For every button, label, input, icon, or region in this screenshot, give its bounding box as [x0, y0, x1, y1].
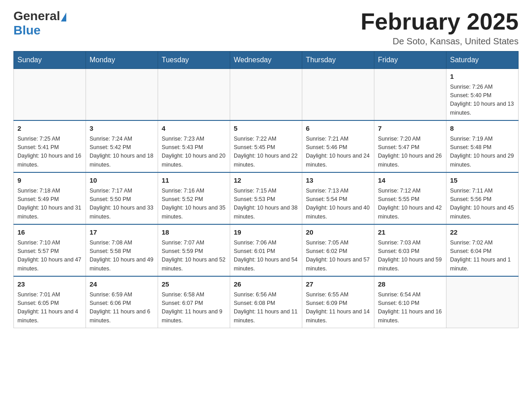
calendar-day-cell: 2Sunrise: 7:25 AMSunset: 5:41 PMDaylight…	[14, 120, 86, 172]
day-info: Sunrise: 7:03 AMSunset: 6:03 PMDaylight:…	[378, 239, 442, 274]
day-number: 18	[162, 227, 226, 238]
day-number: 20	[306, 227, 370, 238]
location-text: De Soto, Kansas, United States	[360, 36, 519, 47]
day-info: Sunrise: 7:25 AMSunset: 5:41 PMDaylight:…	[17, 135, 82, 170]
calendar-day-cell	[230, 69, 302, 121]
day-info: Sunrise: 7:11 AMSunset: 5:56 PMDaylight:…	[450, 187, 515, 222]
day-info: Sunrise: 7:20 AMSunset: 5:47 PMDaylight:…	[378, 135, 442, 170]
calendar-day-cell: 17Sunrise: 7:08 AMSunset: 5:58 PMDayligh…	[86, 224, 158, 276]
calendar-day-cell: 23Sunrise: 7:01 AMSunset: 6:05 PMDayligh…	[14, 276, 86, 328]
title-section: February 2025 De Soto, Kansas, United St…	[360, 9, 519, 47]
day-info: Sunrise: 7:19 AMSunset: 5:48 PMDaylight:…	[450, 135, 515, 170]
day-info: Sunrise: 7:22 AMSunset: 5:45 PMDaylight:…	[234, 135, 298, 170]
calendar-day-cell: 4Sunrise: 7:23 AMSunset: 5:43 PMDaylight…	[158, 120, 230, 172]
day-info: Sunrise: 6:54 AMSunset: 6:10 PMDaylight:…	[378, 291, 442, 325]
weekday-header-thursday: Thursday	[302, 51, 374, 69]
day-number: 4	[162, 124, 226, 134]
day-number: 10	[90, 176, 154, 186]
day-info: Sunrise: 7:01 AMSunset: 6:05 PMDaylight:…	[17, 291, 82, 325]
day-number: 17	[90, 227, 154, 238]
day-number: 21	[378, 227, 442, 238]
calendar-day-cell: 15Sunrise: 7:11 AMSunset: 5:56 PMDayligh…	[446, 172, 519, 224]
weekday-header-row: SundayMondayTuesdayWednesdayThursdayFrid…	[14, 51, 519, 69]
logo-blue-text: Blue	[13, 23, 41, 37]
calendar-week-row: 23Sunrise: 7:01 AMSunset: 6:05 PMDayligh…	[14, 276, 519, 328]
calendar-day-cell: 16Sunrise: 7:10 AMSunset: 5:57 PMDayligh…	[14, 224, 86, 276]
weekday-header-wednesday: Wednesday	[230, 51, 302, 69]
calendar-day-cell	[14, 69, 86, 121]
logo-triangle-icon	[61, 13, 66, 21]
calendar-day-cell: 28Sunrise: 6:54 AMSunset: 6:10 PMDayligh…	[374, 276, 446, 328]
day-number: 14	[378, 176, 442, 186]
day-info: Sunrise: 6:58 AMSunset: 6:07 PMDaylight:…	[162, 291, 226, 325]
day-number: 12	[234, 176, 298, 186]
day-info: Sunrise: 6:55 AMSunset: 6:09 PMDaylight:…	[306, 291, 370, 325]
day-number: 25	[162, 279, 226, 290]
day-info: Sunrise: 7:21 AMSunset: 5:46 PMDaylight:…	[306, 135, 370, 170]
day-info: Sunrise: 7:02 AMSunset: 6:04 PMDaylight:…	[450, 239, 515, 274]
weekday-header-monday: Monday	[86, 51, 158, 69]
day-info: Sunrise: 7:05 AMSunset: 6:02 PMDaylight:…	[306, 239, 370, 274]
day-number: 3	[90, 124, 154, 134]
day-info: Sunrise: 7:12 AMSunset: 5:55 PMDaylight:…	[378, 187, 442, 222]
calendar-day-cell	[158, 69, 230, 121]
calendar-week-row: 16Sunrise: 7:10 AMSunset: 5:57 PMDayligh…	[14, 224, 519, 276]
day-number: 5	[234, 124, 298, 134]
calendar-day-cell: 22Sunrise: 7:02 AMSunset: 6:04 PMDayligh…	[446, 224, 519, 276]
month-title: February 2025	[360, 9, 519, 34]
day-info: Sunrise: 7:07 AMSunset: 5:59 PMDaylight:…	[162, 239, 226, 274]
day-number: 16	[17, 227, 82, 238]
calendar-day-cell: 20Sunrise: 7:05 AMSunset: 6:02 PMDayligh…	[302, 224, 374, 276]
day-info: Sunrise: 7:08 AMSunset: 5:58 PMDaylight:…	[90, 239, 154, 274]
day-info: Sunrise: 7:26 AMSunset: 5:40 PMDaylight:…	[450, 83, 515, 118]
day-number: 22	[450, 227, 515, 238]
day-number: 19	[234, 227, 298, 238]
page-header: General Blue February 2025 De Soto, Kans…	[13, 9, 519, 47]
day-info: Sunrise: 7:17 AMSunset: 5:50 PMDaylight:…	[90, 187, 154, 222]
calendar-day-cell: 3Sunrise: 7:24 AMSunset: 5:42 PMDaylight…	[86, 120, 158, 172]
calendar-day-cell: 5Sunrise: 7:22 AMSunset: 5:45 PMDaylight…	[230, 120, 302, 172]
weekday-header-tuesday: Tuesday	[158, 51, 230, 69]
calendar-day-cell	[86, 69, 158, 121]
calendar-day-cell: 27Sunrise: 6:55 AMSunset: 6:09 PMDayligh…	[302, 276, 374, 328]
weekday-header-sunday: Sunday	[14, 51, 86, 69]
day-number: 13	[306, 176, 370, 186]
calendar-day-cell	[446, 276, 519, 328]
calendar-day-cell: 1Sunrise: 7:26 AMSunset: 5:40 PMDaylight…	[446, 69, 519, 121]
logo-general-text: General	[13, 9, 60, 23]
calendar-day-cell: 18Sunrise: 7:07 AMSunset: 5:59 PMDayligh…	[158, 224, 230, 276]
calendar-day-cell: 21Sunrise: 7:03 AMSunset: 6:03 PMDayligh…	[374, 224, 446, 276]
day-number: 8	[450, 124, 515, 134]
calendar-day-cell: 6Sunrise: 7:21 AMSunset: 5:46 PMDaylight…	[302, 120, 374, 172]
calendar-table: SundayMondayTuesdayWednesdayThursdayFrid…	[13, 51, 519, 328]
day-info: Sunrise: 7:24 AMSunset: 5:42 PMDaylight:…	[90, 135, 154, 170]
calendar-day-cell: 11Sunrise: 7:16 AMSunset: 5:52 PMDayligh…	[158, 172, 230, 224]
calendar-day-cell: 24Sunrise: 6:59 AMSunset: 6:06 PMDayligh…	[86, 276, 158, 328]
day-number: 6	[306, 124, 370, 134]
day-number: 26	[234, 279, 298, 290]
calendar-day-cell: 12Sunrise: 7:15 AMSunset: 5:53 PMDayligh…	[230, 172, 302, 224]
calendar-day-cell: 7Sunrise: 7:20 AMSunset: 5:47 PMDaylight…	[374, 120, 446, 172]
calendar-day-cell: 9Sunrise: 7:18 AMSunset: 5:49 PMDaylight…	[14, 172, 86, 224]
day-info: Sunrise: 7:16 AMSunset: 5:52 PMDaylight:…	[162, 187, 226, 222]
logo: General Blue	[13, 9, 67, 38]
day-number: 9	[17, 176, 82, 186]
day-number: 2	[17, 124, 82, 134]
day-number: 7	[378, 124, 442, 134]
calendar-week-row: 1Sunrise: 7:26 AMSunset: 5:40 PMDaylight…	[14, 69, 519, 121]
calendar-day-cell: 10Sunrise: 7:17 AMSunset: 5:50 PMDayligh…	[86, 172, 158, 224]
calendar-day-cell: 25Sunrise: 6:58 AMSunset: 6:07 PMDayligh…	[158, 276, 230, 328]
day-number: 11	[162, 176, 226, 186]
calendar-week-row: 9Sunrise: 7:18 AMSunset: 5:49 PMDaylight…	[14, 172, 519, 224]
calendar-week-row: 2Sunrise: 7:25 AMSunset: 5:41 PMDaylight…	[14, 120, 519, 172]
day-number: 27	[306, 279, 370, 290]
day-info: Sunrise: 7:23 AMSunset: 5:43 PMDaylight:…	[162, 135, 226, 170]
day-number: 15	[450, 176, 515, 186]
day-info: Sunrise: 7:15 AMSunset: 5:53 PMDaylight:…	[234, 187, 298, 222]
day-number: 24	[90, 279, 154, 290]
day-info: Sunrise: 6:56 AMSunset: 6:08 PMDaylight:…	[234, 291, 298, 325]
day-number: 23	[17, 279, 82, 290]
calendar-day-cell	[302, 69, 374, 121]
calendar-day-cell: 19Sunrise: 7:06 AMSunset: 6:01 PMDayligh…	[230, 224, 302, 276]
day-number: 28	[378, 279, 442, 290]
